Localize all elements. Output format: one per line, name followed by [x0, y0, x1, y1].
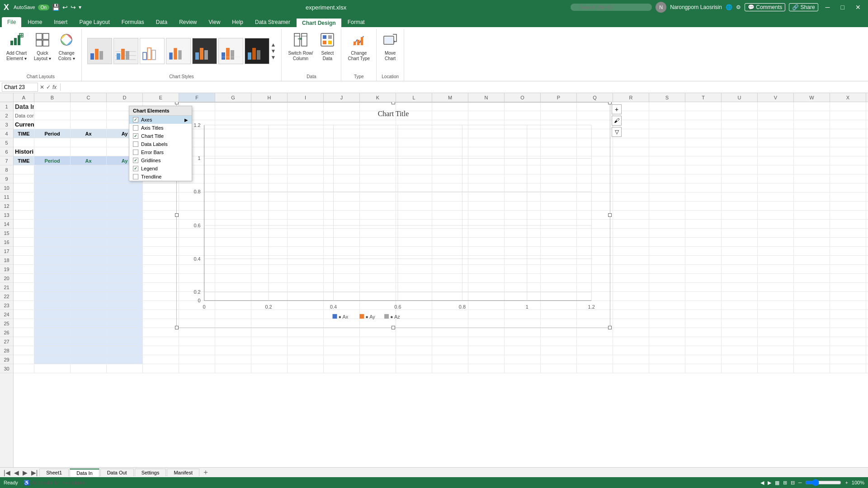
- grid-cell[interactable]: [758, 274, 794, 282]
- grid-cell[interactable]: [215, 337, 251, 346]
- grid-cell[interactable]: [360, 355, 396, 364]
- grid-cell[interactable]: [613, 192, 649, 201]
- grid-cell[interactable]: [722, 165, 758, 174]
- grid-cell[interactable]: [34, 247, 71, 255]
- axis-titles-checkbox[interactable]: [133, 125, 138, 131]
- grid-cell[interactable]: [143, 220, 179, 228]
- grid-cell[interactable]: [71, 202, 107, 210]
- grid-cell[interactable]: [794, 238, 830, 246]
- grid-cell[interactable]: [758, 165, 794, 174]
- grid-cell[interactable]: [577, 364, 613, 373]
- grid-cell[interactable]: [685, 238, 722, 246]
- col-header-f[interactable]: F: [179, 93, 215, 102]
- grid-cell[interactable]: [143, 283, 179, 291]
- legend-checkbox[interactable]: ✓: [133, 166, 138, 171]
- col-header-m[interactable]: M: [432, 93, 468, 102]
- grid-cell[interactable]: [685, 202, 722, 210]
- grid-cell[interactable]: [179, 355, 215, 364]
- chart-elements-item-error-bars[interactable]: Error Bars: [129, 148, 192, 156]
- grid-cell[interactable]: [794, 192, 830, 201]
- grid-cell[interactable]: [830, 174, 866, 183]
- grid-cell[interactable]: [34, 283, 71, 291]
- grid-cell[interactable]: [71, 310, 107, 319]
- grid-cell[interactable]: [866, 319, 868, 328]
- grid-cell[interactable]: [722, 174, 758, 183]
- grid-cell[interactable]: [758, 156, 794, 165]
- grid-cell[interactable]: [14, 364, 34, 373]
- grid-cell[interactable]: [34, 337, 71, 346]
- grid-cell[interactable]: [722, 274, 758, 282]
- grid-cell[interactable]: [794, 174, 830, 183]
- grid-cell[interactable]: [71, 355, 107, 364]
- grid-cell[interactable]: [722, 283, 758, 291]
- grid-cell[interactable]: [34, 229, 71, 237]
- grid-cell[interactable]: [107, 265, 143, 273]
- grid-cell[interactable]: [505, 364, 541, 373]
- grid-cell[interactable]: [830, 265, 866, 273]
- grid-cell[interactable]: [722, 183, 758, 192]
- grid-cell[interactable]: [14, 292, 34, 300]
- grid-cell[interactable]: [613, 328, 649, 337]
- chart-handle-top-right[interactable]: [608, 102, 612, 104]
- tab-nav-first[interactable]: |◀: [2, 469, 12, 476]
- grid-cell[interactable]: [251, 364, 288, 373]
- grid-cell[interactable]: [468, 355, 505, 364]
- grid-cell[interactable]: [758, 328, 794, 337]
- grid-cell[interactable]: [758, 319, 794, 328]
- grid-cell[interactable]: [14, 229, 34, 237]
- grid-cell[interactable]: [613, 147, 649, 156]
- grid-cell[interactable]: [34, 256, 71, 264]
- grid-cell[interactable]: [794, 120, 830, 129]
- grid-cell[interactable]: [866, 211, 868, 219]
- grid-cell[interactable]: [758, 310, 794, 319]
- grid-cell[interactable]: [14, 165, 34, 174]
- col-header-u[interactable]: U: [722, 93, 758, 102]
- grid-cell[interactable]: [685, 355, 722, 364]
- chart-elements-item-gridlines[interactable]: ✓ Gridlines: [129, 156, 192, 164]
- sheet-tab-data-in[interactable]: Data In: [70, 469, 99, 477]
- grid-cell[interactable]: [866, 202, 868, 210]
- tab-data-streamer[interactable]: Data Streamer: [250, 17, 296, 27]
- grid-cell[interactable]: [71, 238, 107, 246]
- grid-cell[interactable]: [794, 147, 830, 156]
- grid-cell[interactable]: [722, 319, 758, 328]
- grid-cell[interactable]: [107, 247, 143, 255]
- grid-cell[interactable]: [14, 355, 34, 364]
- grid-cell[interactable]: [649, 319, 685, 328]
- col-header-l[interactable]: L: [396, 93, 432, 102]
- grid-cell[interactable]: [71, 265, 107, 273]
- chart-handle-top-left[interactable]: [175, 102, 179, 104]
- grid-cell[interactable]: [324, 364, 360, 373]
- grid-cell[interactable]: [649, 129, 685, 138]
- grid-cell[interactable]: [71, 301, 107, 310]
- grid-cell[interactable]: [34, 111, 71, 120]
- grid-cell[interactable]: [649, 183, 685, 192]
- grid-cell[interactable]: [830, 346, 866, 355]
- grid-cell[interactable]: [685, 274, 722, 282]
- tab-file[interactable]: File: [2, 17, 21, 27]
- grid-cell[interactable]: [34, 310, 71, 319]
- grid-cell[interactable]: [14, 192, 34, 201]
- chart-title-checkbox[interactable]: ✓: [133, 133, 138, 139]
- tab-review[interactable]: Review: [174, 17, 202, 27]
- grid-cell[interactable]: [685, 247, 722, 255]
- grid-cell[interactable]: [251, 328, 288, 337]
- grid-cell[interactable]: [577, 337, 613, 346]
- grid-cell[interactable]: [14, 220, 34, 228]
- grid-cell[interactable]: [830, 355, 866, 364]
- grid-cell[interactable]: [34, 211, 71, 219]
- col-header-n[interactable]: N: [468, 93, 505, 102]
- tab-chart-design[interactable]: Chart Design: [297, 17, 341, 27]
- chart-filters-button[interactable]: ▽: [612, 127, 622, 137]
- tab-nav-prev[interactable]: ◀: [12, 469, 21, 476]
- chart-elements-button[interactable]: +: [612, 104, 622, 114]
- grid-cell[interactable]: [649, 337, 685, 346]
- chart-handle-top-center[interactable]: [392, 102, 395, 104]
- grid-cell[interactable]: [722, 138, 758, 147]
- grid-cell[interactable]: [107, 192, 143, 201]
- grid-cell[interactable]: [324, 337, 360, 346]
- grid-cell[interactable]: [143, 229, 179, 237]
- grid-cell[interactable]: [649, 346, 685, 355]
- grid-cell[interactable]: [722, 156, 758, 165]
- grid-cell[interactable]: [14, 247, 34, 255]
